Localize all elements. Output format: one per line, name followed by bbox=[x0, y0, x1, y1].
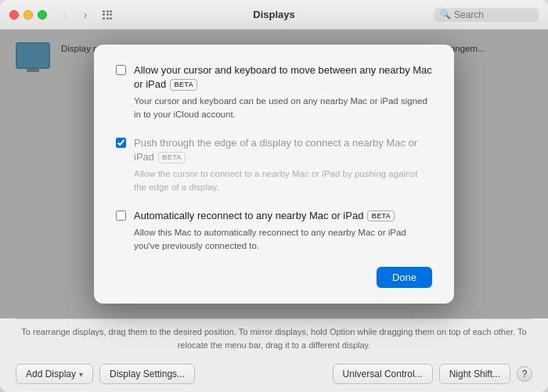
universal-control-button[interactable]: Universal Control... bbox=[333, 364, 433, 384]
display-settings-button[interactable]: Display Settings... bbox=[99, 364, 195, 384]
option1-content: Allow your cursor and keyboard to move b… bbox=[134, 63, 432, 122]
option3-content: Automatically reconnect to any nearby Ma… bbox=[134, 209, 432, 254]
option1-desc: Your cursor and keyboard can be used on … bbox=[134, 95, 432, 122]
traffic-lights bbox=[9, 10, 47, 20]
option-row-1: Allow your cursor and keyboard to move b… bbox=[116, 63, 432, 122]
option-row-3: Automatically reconnect to any nearby Ma… bbox=[116, 209, 432, 254]
option-row-2: Push through the edge of a display to co… bbox=[116, 136, 432, 195]
option1-title: Allow your cursor and keyboard to move b… bbox=[134, 63, 432, 92]
titlebar: ‹ › Displays 🔍 bbox=[0, 0, 548, 30]
content-area: Display preferences control the resoluti… bbox=[0, 30, 548, 318]
option1-badge: BETA bbox=[170, 79, 197, 91]
option2-badge: BETA bbox=[158, 152, 186, 164]
grid-icon bbox=[103, 10, 112, 20]
option2-checkbox[interactable] bbox=[116, 138, 126, 148]
modal-footer: Done bbox=[116, 267, 432, 288]
option3-checkbox[interactable] bbox=[116, 210, 126, 221]
add-display-chevron: ▾ bbox=[79, 370, 83, 379]
search-box[interactable]: 🔍 bbox=[434, 8, 539, 22]
close-button[interactable] bbox=[9, 10, 19, 20]
nav-buttons: ‹ › bbox=[56, 6, 94, 23]
search-icon: 🔍 bbox=[440, 9, 451, 20]
option1-checkbox[interactable] bbox=[116, 65, 126, 75]
window: ‹ › Displays 🔍 Display prefe bbox=[0, 0, 548, 392]
search-input[interactable] bbox=[454, 9, 532, 20]
add-display-button[interactable]: Add Display ▾ bbox=[16, 364, 93, 384]
option2-desc: Allow the cursor to connect to a nearby … bbox=[134, 167, 432, 195]
night-shift-button[interactable]: Night Shift... bbox=[439, 364, 510, 384]
option3-title: Automatically reconnect to any nearby Ma… bbox=[134, 209, 432, 223]
option3-badge: BETA bbox=[367, 210, 395, 222]
done-button[interactable]: Done bbox=[377, 267, 432, 288]
maximize-button[interactable] bbox=[38, 10, 47, 20]
back-button[interactable]: ‹ bbox=[56, 6, 74, 23]
option2-content: Push through the edge of a display to co… bbox=[134, 136, 432, 195]
minimize-button[interactable] bbox=[23, 10, 33, 20]
grid-view-button[interactable] bbox=[99, 6, 116, 23]
bottom-section: To rearrange displays, drag them to the … bbox=[0, 318, 548, 392]
option3-desc: Allow this Mac to automatically reconnec… bbox=[134, 226, 432, 254]
rearrange-text: To rearrange displays, drag them to the … bbox=[16, 318, 532, 358]
toolbar: Add Display ▾ Display Settings... Univer… bbox=[16, 358, 532, 392]
option2-title: Push through the edge of a display to co… bbox=[134, 136, 432, 164]
modal-dialog: Allow your cursor and keyboard to move b… bbox=[94, 45, 454, 304]
window-title: Displays bbox=[253, 9, 294, 20]
forward-button[interactable]: › bbox=[77, 6, 94, 23]
modal-overlay: Allow your cursor and keyboard to move b… bbox=[0, 30, 548, 318]
help-button[interactable]: ? bbox=[517, 366, 532, 382]
